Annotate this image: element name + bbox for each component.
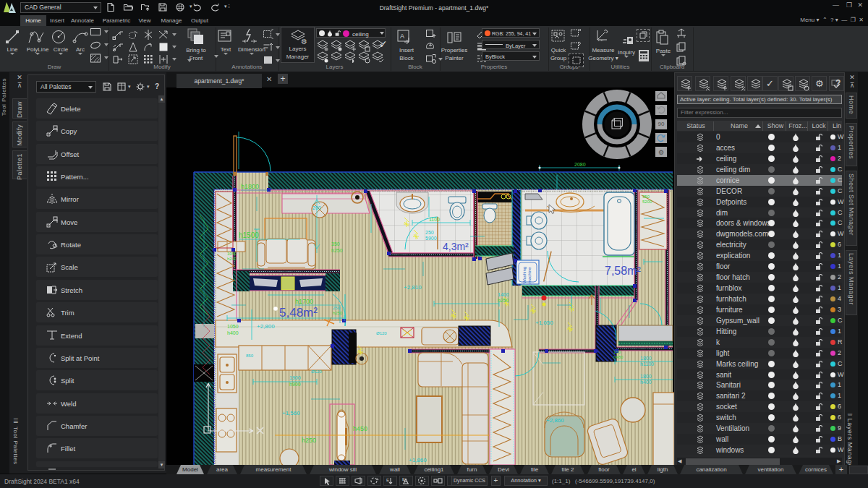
svg-text:250: 250: [425, 230, 434, 235]
svg-text:h1800: h1800: [241, 183, 259, 190]
svg-text:⚙: ⚙: [658, 149, 664, 156]
svg-text:h250: h250: [331, 248, 343, 253]
svg-text:h1500: h1500: [239, 231, 259, 239]
svg-text:350: 350: [642, 194, 650, 199]
svg-text:1100: 1100: [429, 217, 440, 222]
svg-text:1800: 1800: [640, 356, 652, 361]
svg-text:4,3m²: 4,3m²: [443, 241, 469, 252]
svg-text:1050: 1050: [227, 252, 237, 256]
svg-text:5900: 5900: [425, 236, 437, 241]
svg-text:5,48m²: 5,48m²: [279, 306, 318, 320]
svg-text:E: E: [386, 478, 389, 482]
svg-text:A: A: [400, 33, 404, 40]
svg-text:+1,560: +1,560: [282, 410, 300, 416]
svg-text:h480: h480: [613, 355, 624, 359]
svg-text:350: 350: [331, 241, 340, 247]
svg-text:Ø120: Ø120: [311, 369, 322, 374]
svg-text:90: 90: [658, 121, 665, 127]
svg-text:+2,810: +2,810: [404, 284, 422, 291]
svg-text:h1700: h1700: [295, 298, 313, 305]
svg-text:850: 850: [246, 354, 254, 358]
svg-text:+1,050: +1,050: [535, 320, 553, 326]
svg-text:+2,800: +2,800: [257, 323, 275, 330]
svg-text:2080: 2080: [574, 162, 586, 167]
svg-text:machine: machine: [527, 267, 532, 283]
svg-text:150: 150: [613, 350, 621, 354]
svg-text:200: 200: [312, 205, 321, 210]
svg-text:1900: 1900: [289, 375, 301, 380]
svg-text:250: 250: [333, 306, 341, 310]
svg-text:h450: h450: [353, 425, 367, 432]
svg-text:h250: h250: [333, 311, 343, 315]
svg-text:h400: h400: [227, 330, 239, 335]
svg-text:+2,860: +2,860: [546, 417, 564, 424]
svg-text:1800: 1800: [640, 374, 652, 379]
svg-text:Ø120: Ø120: [376, 331, 387, 335]
svg-text:5200: 5200: [642, 200, 652, 204]
svg-text:h250: h250: [498, 298, 509, 303]
svg-text:7,58m²: 7,58m²: [605, 265, 641, 277]
svg-text:h1100: h1100: [640, 361, 654, 367]
svg-text:+1,860: +1,860: [409, 457, 427, 463]
svg-text:Washing: Washing: [522, 267, 527, 283]
svg-text:h900: h900: [289, 382, 301, 387]
svg-text:1400: 1400: [498, 292, 509, 297]
svg-text:h400: h400: [640, 380, 652, 385]
svg-text:h250: h250: [302, 437, 316, 444]
svg-text:1050: 1050: [227, 324, 239, 329]
svg-text:h240: h240: [227, 257, 237, 261]
